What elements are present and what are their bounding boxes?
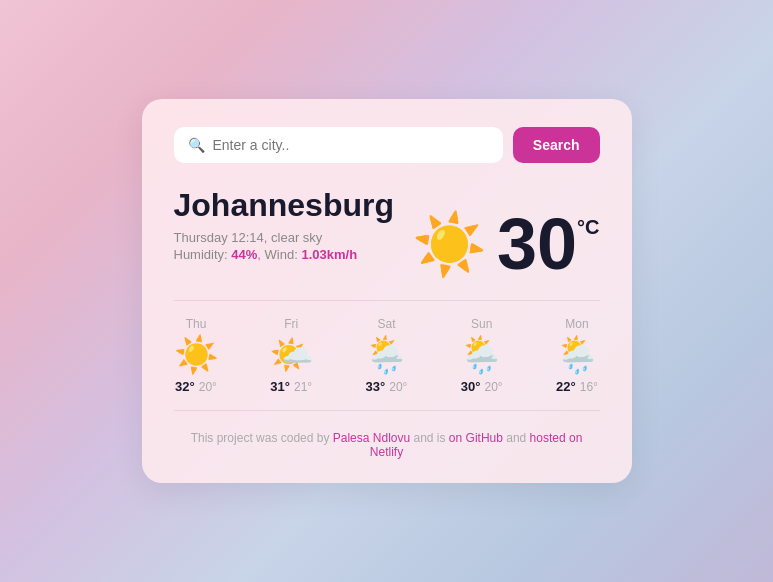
forecast-high: 33° bbox=[366, 379, 386, 394]
forecast-day-label: Sun bbox=[471, 317, 492, 331]
temp-display: 30 °C bbox=[497, 208, 600, 280]
current-weather-icon: ☀️ bbox=[412, 209, 487, 280]
search-button[interactable]: Search bbox=[513, 127, 600, 163]
forecast-low: 20° bbox=[389, 380, 407, 394]
footer-text-pre: This project was coded by bbox=[191, 431, 333, 445]
wind-value: 1.03km/h bbox=[301, 247, 357, 262]
forecast-icon: ☀️ bbox=[174, 337, 219, 373]
footer-text-mid: and is bbox=[410, 431, 449, 445]
forecast-day: Sun 🌦️ 30° 20° bbox=[459, 317, 504, 394]
search-input[interactable] bbox=[213, 137, 489, 153]
forecast-high: 30° bbox=[461, 379, 481, 394]
forecast-temps: 30° 20° bbox=[461, 379, 503, 394]
footer: This project was coded by Palesa Ndlovu … bbox=[174, 431, 600, 459]
forecast-low: 20° bbox=[199, 380, 217, 394]
forecast-day: Mon 🌦️ 22° 16° bbox=[555, 317, 600, 394]
wind-label: Wind: bbox=[265, 247, 298, 262]
forecast-day-label: Thu bbox=[186, 317, 207, 331]
divider bbox=[174, 300, 600, 301]
forecast-high: 31° bbox=[270, 379, 290, 394]
forecast-high: 32° bbox=[175, 379, 195, 394]
search-icon: 🔍 bbox=[188, 137, 205, 153]
divider-bottom bbox=[174, 410, 600, 411]
footer-github-link[interactable]: on GitHub bbox=[449, 431, 503, 445]
forecast-low: 16° bbox=[580, 380, 598, 394]
footer-author-link[interactable]: Palesa Ndlovu bbox=[333, 431, 410, 445]
forecast-day: Fri 🌤️ 31° 21° bbox=[269, 317, 314, 394]
humidity-value: 44% bbox=[231, 247, 257, 262]
forecast-icon: 🌦️ bbox=[364, 337, 409, 373]
forecast-row: Thu ☀️ 32° 20° Fri 🌤️ 31° 21° Sat 🌦️ 33°… bbox=[174, 317, 600, 394]
temp-unit: °C bbox=[577, 216, 599, 239]
forecast-icon: 🌦️ bbox=[555, 337, 600, 373]
weather-card: 🔍 Search Johannesburg Thursday 12:14, cl… bbox=[142, 99, 632, 483]
forecast-day-label: Mon bbox=[565, 317, 588, 331]
forecast-temps: 31° 21° bbox=[270, 379, 312, 394]
footer-text-and: and bbox=[503, 431, 530, 445]
forecast-day: Thu ☀️ 32° 20° bbox=[174, 317, 219, 394]
forecast-icon: 🌦️ bbox=[459, 337, 504, 373]
forecast-low: 20° bbox=[485, 380, 503, 394]
forecast-temps: 22° 16° bbox=[556, 379, 598, 394]
humidity-label: Humidity: bbox=[174, 247, 228, 262]
forecast-low: 21° bbox=[294, 380, 312, 394]
forecast-day: Sat 🌦️ 33° 20° bbox=[364, 317, 409, 394]
forecast-icon: 🌤️ bbox=[269, 337, 314, 373]
forecast-temps: 32° 20° bbox=[175, 379, 217, 394]
temperature: 30 bbox=[497, 208, 577, 280]
search-bar: 🔍 Search bbox=[174, 127, 600, 163]
search-input-wrapper: 🔍 bbox=[174, 127, 503, 163]
forecast-day-label: Fri bbox=[284, 317, 298, 331]
forecast-day-label: Sat bbox=[377, 317, 395, 331]
forecast-temps: 33° 20° bbox=[366, 379, 408, 394]
forecast-high: 22° bbox=[556, 379, 576, 394]
